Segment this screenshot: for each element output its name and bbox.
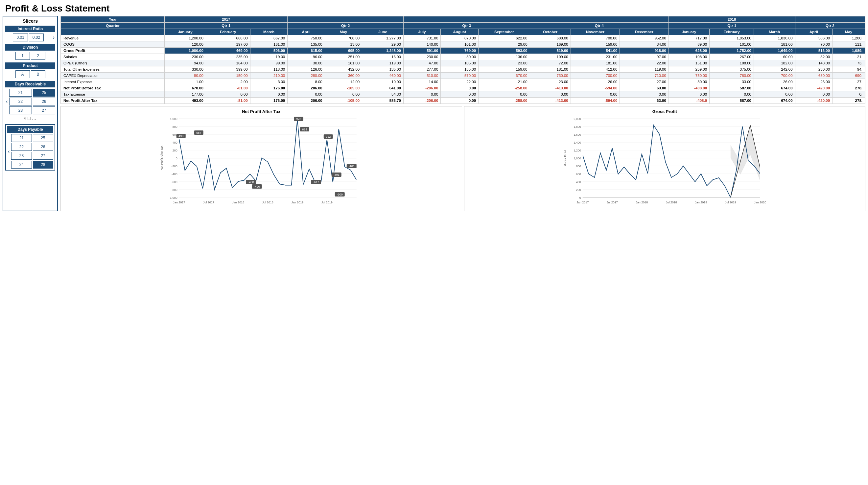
slicer-item-pay25[interactable]: 25 <box>33 134 53 142</box>
gross-profit-chart-title: Gross Profit <box>467 109 863 114</box>
row-total-other: Total Other Expenses 330.00 399.00 118.0… <box>61 66 865 73</box>
header-2018-q2 <box>795 17 865 23</box>
clear-icon[interactable]: □ <box>28 116 30 121</box>
svg-text:1,000: 1,000 <box>574 157 581 160</box>
header-quarter-label: Quarter <box>61 23 165 29</box>
label-revenue: Revenue <box>61 35 165 41</box>
svg-text:0: 0 <box>579 196 581 199</box>
header-oct: October <box>530 29 570 35</box>
svg-text:-391: -391 <box>334 173 340 176</box>
svg-text:800: 800 <box>576 165 581 168</box>
svg-text:1,600: 1,600 <box>574 133 581 136</box>
svg-text:400: 400 <box>576 181 581 184</box>
header-2018: 2018 <box>669 17 795 23</box>
interest-ratio-slicer: Interest Ratio 0.01 0.02 › <box>5 26 55 41</box>
header-jan2: January <box>669 29 709 35</box>
more-icon[interactable]: … <box>32 116 36 121</box>
header-feb: February <box>206 29 250 35</box>
svg-text:493: 493 <box>179 134 183 138</box>
label-cogs: COGS <box>61 41 165 47</box>
slicer-item-rec22[interactable]: 22 <box>9 98 32 105</box>
slicer-item-pay27[interactable]: 27 <box>33 152 53 160</box>
pl-table: Year 2017 2018 Quarter Qtr 1 Qtr 2 Qtr 3… <box>61 16 865 104</box>
row-gross-profit: Gross Profit 1,080.00 469.00 506.00 615.… <box>61 47 865 54</box>
svg-text:Jan 2018: Jan 2018 <box>232 201 244 204</box>
svg-text:-420: -420 <box>254 185 260 188</box>
label-gross-profit: Gross Profit <box>61 47 165 54</box>
days-receivable-slicer: Days Receivable ‹ 21 25 22 26 23 27 ▿ □ … <box>5 81 55 122</box>
slicer-item-prodA[interactable]: A <box>16 70 30 78</box>
header-qtr1-2018: Qtr 1 <box>669 23 795 29</box>
slicer-item-pay26[interactable]: 26 <box>33 143 53 151</box>
slicer-item-pay23[interactable]: 23 <box>11 152 32 160</box>
slicer-item-rec21[interactable]: 21 <box>9 89 32 97</box>
svg-text:Jan 2017: Jan 2017 <box>577 201 589 204</box>
slicer-item-002[interactable]: 0.02 <box>29 34 44 41</box>
slicer-item-pay22[interactable]: 22 <box>11 143 32 151</box>
label-salaries: Salaries <box>61 54 165 60</box>
svg-text:Jul 2017: Jul 2017 <box>607 201 618 204</box>
svg-text:-400: -400 <box>172 172 178 176</box>
days-receivable-label: Days Receivable <box>5 81 55 88</box>
header-qtr2-2017: Qtr 2 <box>287 23 404 29</box>
days-payable-slicer: Days Payable ‹ 21 25 22 26 23 27 24 28 <box>5 124 55 170</box>
slicer-item-rec26[interactable]: 26 <box>33 98 55 105</box>
header-nov: November <box>570 29 620 35</box>
svg-text:-181: -181 <box>349 165 354 168</box>
svg-text:-800: -800 <box>172 188 178 192</box>
slicer-item-div1[interactable]: 1 <box>16 52 30 60</box>
slicer-item-pay28[interactable]: 28 <box>33 161 53 168</box>
row-cogs: COGS 120.00 197.00 161.00 135.00 13.00 2… <box>61 41 865 47</box>
row-npat: Net Profit After Tax 493.00 -81.00 176.0… <box>61 98 865 104</box>
row-tax: Tax Expense 177.00 0.00 0.00 0.00 0.00 5… <box>61 91 865 98</box>
svg-text:-617: -617 <box>313 181 319 184</box>
division-label: Division <box>5 44 55 51</box>
slicer-item-rec27[interactable]: 27 <box>33 106 55 115</box>
svg-text:200: 200 <box>173 149 178 152</box>
row-opex: OPEX (Other) 94.00 164.00 99.00 30.00 18… <box>61 60 865 66</box>
slicer-item-001[interactable]: 0.01 <box>13 34 28 41</box>
gross-profit-chart: Gross Profit 0 200 400 600 <box>464 106 866 211</box>
svg-text:600: 600 <box>576 172 581 176</box>
svg-text:Gross Profit: Gross Profit <box>563 150 567 166</box>
slicer-item-pay24[interactable]: 24 <box>11 161 32 168</box>
gross-profit-svg: 0 200 400 600 800 1,000 1,200 1,400 <box>467 115 863 207</box>
svg-text:Jan 2019: Jan 2019 <box>695 201 707 204</box>
interest-ratio-nav-next[interactable]: › <box>52 34 55 40</box>
svg-text:1,800: 1,800 <box>574 125 581 128</box>
header-qtr4-2017: Qtr 4 <box>530 23 669 29</box>
header-aug: August <box>441 29 478 35</box>
slicer-item-rec25[interactable]: 25 <box>33 89 55 97</box>
days-payable-label: Days Payable <box>7 126 53 133</box>
slicer-item-pay21[interactable]: 21 <box>11 134 32 142</box>
row-npbt: Net Profit Before Tax 670.00 -81.00 176.… <box>61 85 865 91</box>
svg-text:Jul 2019: Jul 2019 <box>321 201 333 204</box>
svg-text:-408: -408 <box>248 181 254 184</box>
days-payable-prev[interactable]: ‹ <box>7 149 10 155</box>
label-tax: Tax Expense <box>61 91 165 98</box>
interest-ratio-label: Interest Ratio <box>5 26 55 32</box>
header-dec: December <box>620 29 669 35</box>
svg-text:400: 400 <box>173 141 178 144</box>
slicer-item-prodB[interactable]: B <box>31 70 45 78</box>
filter-icon[interactable]: ▿ <box>24 116 26 121</box>
row-salaries: Salaries 236.00 235.00 19.00 96.00 251.0… <box>61 54 865 60</box>
header-mar: March <box>250 29 287 35</box>
svg-text:-600: -600 <box>172 181 178 184</box>
svg-text:-200: -200 <box>172 165 178 168</box>
label-capex: CAPEX Depreciation <box>61 73 165 79</box>
header-apr: April <box>287 29 325 35</box>
slicer-item-rec23[interactable]: 23 <box>9 106 32 115</box>
label-opex: OPEX (Other) <box>61 60 165 66</box>
svg-text:Jan 2017: Jan 2017 <box>173 201 185 204</box>
product-slicer: Product A B <box>5 62 55 78</box>
days-receivable-prev[interactable]: ‹ <box>5 99 8 104</box>
svg-text:Jan 2018: Jan 2018 <box>636 201 648 204</box>
page-title: Profit & Loss Statement <box>0 0 868 16</box>
svg-text:1,400: 1,400 <box>574 141 581 144</box>
header-year-label: Year <box>61 17 165 23</box>
product-label: Product <box>5 62 55 69</box>
header-qtr1-2017: Qtr 1 <box>165 23 287 29</box>
header-feb2: February <box>710 29 754 35</box>
slicer-item-div2[interactable]: 2 <box>31 52 45 60</box>
